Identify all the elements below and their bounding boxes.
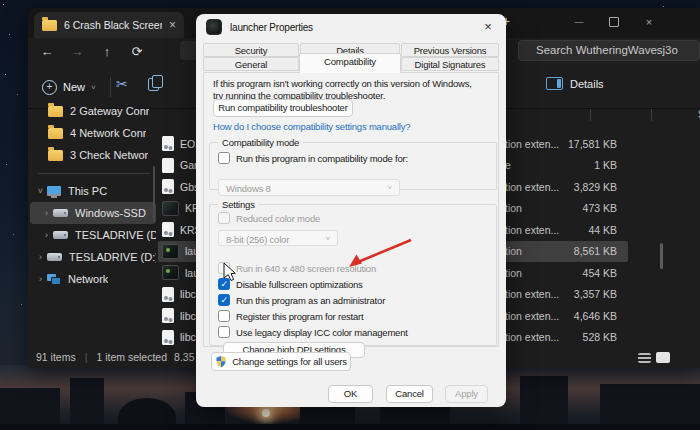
launcher-app-icon xyxy=(206,19,222,35)
color-mode-dropdown: 8-bit (256) color ˅ xyxy=(218,230,338,246)
dll-file-icon xyxy=(162,179,174,194)
close-icon: × xyxy=(646,16,652,28)
sidebar-item-label: Network xyxy=(68,273,108,285)
chevron-right-icon[interactable]: › xyxy=(40,208,53,218)
sidebar-separator xyxy=(28,166,158,180)
chevron-down-icon: ˅ xyxy=(326,234,330,243)
checkbox-unchecked[interactable] xyxy=(218,152,230,164)
new-button-label: New xyxy=(63,81,85,93)
search-text: Search WutheringWavesj3o xyxy=(536,44,699,56)
sidebar-item-folder[interactable]: 2 Gateway Conr xyxy=(30,100,156,122)
file-size: 8,561 KB xyxy=(574,245,617,257)
details-button[interactable]: Details xyxy=(546,77,604,90)
sidebar-item-windows-ssd[interactable]: › Windows-SSD xyxy=(30,202,156,224)
checkbox-checked[interactable] xyxy=(218,278,230,290)
sidebar-item-label: 3 Check Networ xyxy=(70,149,148,161)
file-list-scrollbar[interactable] xyxy=(660,243,663,269)
sidebar-item-tesladrive-d[interactable]: › TESLADRIVE (D:) xyxy=(30,246,156,268)
tab-close-icon[interactable]: × xyxy=(169,19,176,31)
dll-file-icon xyxy=(162,222,174,237)
640x480-checkbox-row[interactable]: Run in 640 x 480 screen resolution xyxy=(218,262,376,274)
checkbox-label: Reduced color mode xyxy=(236,213,320,224)
dialog-title: launcher Properties xyxy=(230,22,313,33)
chevron-right-icon[interactable]: › xyxy=(34,252,47,262)
sidebar-scrollbar[interactable] xyxy=(153,166,155,222)
tab-title: 6 Crash Black Screen xyxy=(64,19,162,31)
minimize-button[interactable]: — xyxy=(563,10,595,34)
file-size: 454 KB xyxy=(583,267,617,279)
sidebar-item-label: TESLADRIVE (D xyxy=(75,229,156,241)
compatibility-help-link[interactable]: How do I choose compatibility settings m… xyxy=(213,121,410,132)
legacy-icc-checkbox-row[interactable]: Use legacy display ICC color management xyxy=(218,326,408,338)
details-pane-icon xyxy=(546,77,563,90)
back-icon[interactable]: ← xyxy=(32,44,62,59)
sidebar-item-folder[interactable]: 3 Check Networ xyxy=(30,144,156,166)
screen: 6 Crash Black Screen × + — × ← → ↑ ⟳ Sea… xyxy=(0,0,700,430)
refresh-icon[interactable]: ⟳ xyxy=(122,44,152,59)
sidebar-item-folder[interactable]: 4 Network Conr xyxy=(30,122,156,144)
checkbox-unchecked[interactable] xyxy=(218,326,230,338)
column-separator[interactable] xyxy=(590,109,591,121)
copy-icon[interactable] xyxy=(148,78,159,91)
up-icon[interactable]: ↑ xyxy=(92,44,122,59)
building-silhouette xyxy=(0,388,60,428)
forward-icon[interactable]: → xyxy=(62,44,92,59)
file-size: 4,646 KB xyxy=(574,310,617,322)
this-pc-icon xyxy=(47,186,61,197)
tab-compatibility[interactable]: Compatibility xyxy=(299,53,401,73)
compat-os-dropdown[interactable]: Windows 8 ˅ xyxy=(218,179,400,196)
dialog-title-bar: launcher Properties xyxy=(206,19,313,35)
disable-fullscreen-checkbox-row[interactable]: Disable fullscreen optimizations xyxy=(218,278,363,290)
run-troubleshooter-button[interactable]: Run compatibility troubleshooter xyxy=(213,99,353,117)
plus-circle-icon: + xyxy=(42,80,57,95)
sidebar-item-label: TESLADRIVE (D:) xyxy=(69,251,156,263)
run-as-admin-checkbox-row[interactable]: Run this program as an administrator xyxy=(218,294,385,306)
maximize-button[interactable] xyxy=(598,10,630,34)
close-button[interactable]: × xyxy=(633,10,665,34)
drive-icon xyxy=(53,209,68,217)
column-separator[interactable] xyxy=(651,109,652,121)
building-silhouette xyxy=(520,376,568,428)
change-all-users-label: Change settings for all users xyxy=(232,356,347,367)
ok-button[interactable]: OK xyxy=(328,385,373,403)
address-bar[interactable] xyxy=(180,41,196,60)
file-size: 44 KB xyxy=(588,224,617,236)
checkbox-checked[interactable] xyxy=(218,294,230,306)
tab-digital-signatures[interactable]: Digital Signatures xyxy=(401,57,499,71)
checkbox-unchecked[interactable] xyxy=(218,310,230,322)
dll-file-icon xyxy=(162,308,174,323)
new-button[interactable]: + New ˅ xyxy=(36,75,102,99)
chevron-down-icon[interactable]: ˅ xyxy=(34,186,47,196)
stars-decoration xyxy=(3,4,4,5)
sidebar-item-this-pc[interactable]: ˅ This PC xyxy=(30,180,156,202)
tab-previous-versions[interactable]: Previous Versions xyxy=(401,43,499,57)
cut-icon[interactable]: ✂ xyxy=(116,76,128,92)
folder-icon xyxy=(48,150,63,161)
tab-general[interactable]: General xyxy=(203,57,299,71)
sidebar-item-label: 4 Network Conr xyxy=(70,127,146,139)
sidebar-item-network[interactable]: › Network xyxy=(30,268,156,290)
details-button-label: Details xyxy=(570,78,604,90)
tab-security[interactable]: Security xyxy=(203,43,299,57)
compat-mode-checkbox-row[interactable]: Run this program in compatibility mode f… xyxy=(218,152,408,164)
sidebar-item-tesladrive[interactable]: › TESLADRIVE (D xyxy=(30,224,156,246)
explorer-tab[interactable]: 6 Crash Black Screen × xyxy=(34,12,184,38)
reduced-color-checkbox-row[interactable]: Reduced color mode xyxy=(218,212,320,224)
thumbnail-view-icon[interactable] xyxy=(656,352,670,363)
chevron-right-icon[interactable]: › xyxy=(40,230,53,240)
details-view-icon[interactable] xyxy=(638,353,651,363)
intro-line-1: If this program isn't working correctly … xyxy=(213,78,472,90)
building-silhouette xyxy=(70,378,104,428)
file-size: 473 KB xyxy=(583,202,617,214)
register-restart-checkbox-row[interactable]: Register this program for restart xyxy=(218,310,364,322)
dialog-tab-strip: Security Details Previous Versions Gener… xyxy=(203,43,499,72)
folder-icon xyxy=(48,128,63,139)
dialog-close-button[interactable]: × xyxy=(480,19,496,35)
file-size: 3,357 KB xyxy=(574,288,617,300)
file-type: tion exten... xyxy=(505,224,559,236)
navigation-sidebar: 2 Gateway Conr 4 Network Conr 3 Check Ne… xyxy=(28,100,158,345)
cancel-button[interactable]: Cancel xyxy=(386,385,433,403)
chevron-right-icon[interactable]: › xyxy=(34,274,47,284)
search-input[interactable]: Search WutheringWavesj3o xyxy=(518,40,700,61)
change-all-users-button[interactable]: Change settings for all users xyxy=(211,352,351,371)
